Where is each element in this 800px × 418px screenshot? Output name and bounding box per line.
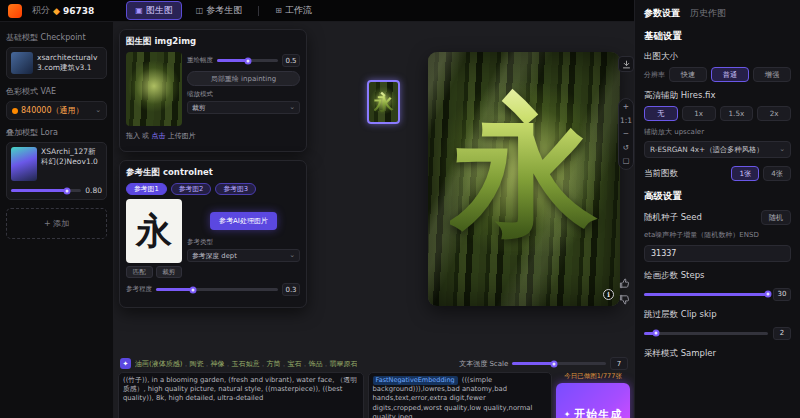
ratio-icon[interactable]: 1:1 — [620, 117, 632, 125]
steps-label: 绘画步数 Steps — [644, 270, 791, 282]
credits-label: 积分 — [32, 4, 50, 17]
keyword-tag[interactable]: 方筒 — [266, 359, 287, 369]
tab-params[interactable]: 参数设置 — [644, 7, 680, 20]
hires-15x-button[interactable]: 1.5x — [720, 106, 754, 121]
hires-1x-button[interactable]: 1x — [682, 106, 716, 121]
match-button[interactable]: 匹配 — [126, 266, 153, 278]
seed-random-button[interactable]: 随机 — [761, 210, 791, 225]
generated-image[interactable]: 永 i — [428, 52, 620, 306]
vae-select[interactable]: 840000（通用） ⌄ — [6, 101, 107, 120]
keyword-tag[interactable]: 陶瓷 — [189, 359, 210, 369]
upload-hint-text2: 上传图片 — [168, 132, 196, 140]
mode-tabs: ▣ 图生图 ◫ 参考生图 ⊞ 工作流 — [126, 1, 321, 20]
resolution-fast-button[interactable]: 快速 — [669, 67, 707, 82]
reference-tabs: 参考图1 参考图2 参考图3 — [126, 183, 300, 195]
chevron-down-icon: ⌄ — [95, 107, 101, 114]
resolution-normal-button[interactable]: 普通 — [711, 67, 749, 82]
reference-type-select[interactable]: 参考深度 dept ⌄ — [187, 249, 300, 262]
ensd-input[interactable]: 31337 — [644, 245, 791, 262]
cfg-scale-value: 7 — [610, 357, 628, 370]
keyword-tag[interactable]: 油画(液体质感) — [135, 359, 189, 369]
checkpoint-card[interactable]: xsarchitecturalv3.com建筑v3.1 — [6, 47, 107, 79]
image-size-label: 出图大小 — [644, 51, 791, 63]
clip-skip-slider[interactable] — [644, 332, 768, 335]
canvas: 图生图 img2img 重绘幅度 0.5 局部重绘 inpainting 缩放模… — [114, 22, 634, 418]
resize-mode-select[interactable]: 裁剪 ⌄ — [187, 101, 300, 114]
keyword-tag[interactable]: 神像 — [210, 359, 231, 369]
download-icon — [622, 60, 631, 69]
keyword-tag[interactable]: 饰品 — [308, 359, 329, 369]
download-button[interactable] — [618, 56, 634, 72]
generate-column: 今日已做图1/777张 ✦ 开始生成 我的房间 — [556, 372, 630, 418]
denoise-slider[interactable] — [217, 59, 278, 62]
reference-strength-slider[interactable] — [156, 288, 278, 291]
upscaler-value: R-ESRGAN 4x+（适合多种风格） — [650, 145, 776, 155]
cfg-scale-slider[interactable] — [512, 362, 606, 365]
hires-2x-button[interactable]: 2x — [757, 106, 791, 121]
img2img-panel-title: 图生图 img2img — [126, 36, 300, 48]
chevron-down-icon: ⌄ — [289, 252, 295, 259]
reference-type-label: 参考类型 — [187, 238, 300, 247]
app-logo[interactable] — [8, 4, 22, 18]
add-lora-button[interactable]: + 添加 — [6, 208, 107, 239]
zoom-in-icon[interactable]: + — [623, 103, 629, 111]
sparkle-icon: ✦ — [564, 410, 572, 418]
keyword-tag[interactable]: 宝石 — [287, 359, 308, 369]
embedding-chip[interactable]: FastNegativeEmbedding — [373, 376, 458, 385]
model-sidebar: 基础模型 Checkpoint xsarchitecturalv3.com建筑v… — [0, 22, 114, 418]
reference-image-thumbnail[interactable]: 永 — [126, 199, 182, 263]
source-image-thumbnail[interactable] — [126, 52, 182, 126]
reference-icon: ◫ — [196, 6, 204, 15]
vae-label: 色彩模式 VAE — [6, 86, 107, 97]
credits-value: 96738 — [63, 6, 94, 16]
lora-weight-slider[interactable] — [11, 189, 81, 192]
lora-card[interactable]: XSArchi_127新科幻(2)Neov1.0 0.80 — [6, 142, 107, 200]
result-thumbnail-selected[interactable]: 永 — [367, 80, 400, 124]
resolution-enhance-button[interactable]: 增强 — [753, 67, 791, 82]
checkpoint-thumbnail — [11, 52, 33, 74]
upscaler-select[interactable]: R-ESRGAN 4x+（适合多种风格） ⌄ — [644, 141, 791, 158]
preprocess-button[interactable]: 参考AI处理图片 — [210, 212, 277, 230]
lora-label: 叠加模型 Lora — [6, 127, 107, 138]
reference-tab-1[interactable]: 参考图1 — [126, 183, 167, 195]
count-1-button[interactable]: 1张 — [731, 166, 759, 181]
credits[interactable]: 积分 ◆ 96738 — [32, 4, 94, 17]
vae-status-dot — [12, 108, 18, 114]
daily-quota: 今日已做图1/777张 — [556, 372, 630, 381]
reference-tab-3[interactable]: 参考图3 — [215, 183, 256, 195]
keyword-tag[interactable]: 翡翠原石 — [329, 359, 357, 369]
upload-hint[interactable]: 拖入 或 点击 上传图片 — [126, 131, 300, 141]
hires-none-button[interactable]: 无 — [644, 106, 678, 121]
vae-value: 840000（通用） — [21, 105, 92, 116]
zoom-out-icon[interactable]: − — [623, 130, 629, 138]
crop-button[interactable]: 裁剪 — [156, 266, 183, 278]
dislike-icon[interactable] — [619, 294, 630, 305]
generate-button[interactable]: ✦ 开始生成 — [556, 383, 630, 418]
workflow-icon: ⊞ — [275, 6, 282, 15]
upload-click-link[interactable]: 点击 — [151, 132, 165, 140]
reference-tab-2[interactable]: 参考图2 — [171, 183, 212, 195]
reset-view-icon[interactable]: ↺ — [623, 144, 629, 152]
batch-count-label: 当前图数 — [644, 168, 727, 180]
positive-prompt-text: ((竹子)), in a blooming garden, (fresh and… — [123, 376, 357, 402]
lora-weight-value: 0.80 — [85, 186, 102, 195]
positive-prompt-input[interactable]: ((竹子)), in a blooming garden, (fresh and… — [118, 372, 364, 418]
inpaint-button[interactable]: 局部重绘 inpainting — [187, 71, 300, 86]
generate-button-label: 开始生成 — [574, 407, 622, 418]
tab-workflow[interactable]: ⊞ 工作流 — [266, 1, 321, 20]
tab-reference[interactable]: ◫ 参考生图 — [187, 1, 252, 20]
tab-history[interactable]: 历史作图 — [690, 7, 726, 20]
info-icon[interactable]: i — [603, 289, 614, 300]
prompt-magic-icon[interactable]: ✦ — [120, 358, 131, 369]
steps-slider[interactable] — [644, 293, 768, 296]
tab-img2img[interactable]: ▣ 图生图 — [126, 1, 182, 20]
like-icon[interactable] — [619, 278, 630, 289]
controlnet-panel: 参考生图 controlnet 参考图1 参考图2 参考图3 永 匹配 裁剪 — [119, 160, 307, 308]
count-4-button[interactable]: 4张 — [763, 166, 791, 181]
keyword-tag[interactable]: 玉石如意 — [231, 359, 266, 369]
negative-prompt-input[interactable]: FastNegativeEmbedding (((simple backgrou… — [368, 372, 552, 418]
fullscreen-icon[interactable]: ▢ — [622, 157, 629, 165]
resolution-label: 分辨率 — [644, 70, 665, 80]
img2img-panel: 图生图 img2img 重绘幅度 0.5 局部重绘 inpainting 缩放模… — [119, 29, 307, 152]
advanced-settings-title: 高级设置 — [644, 190, 791, 203]
